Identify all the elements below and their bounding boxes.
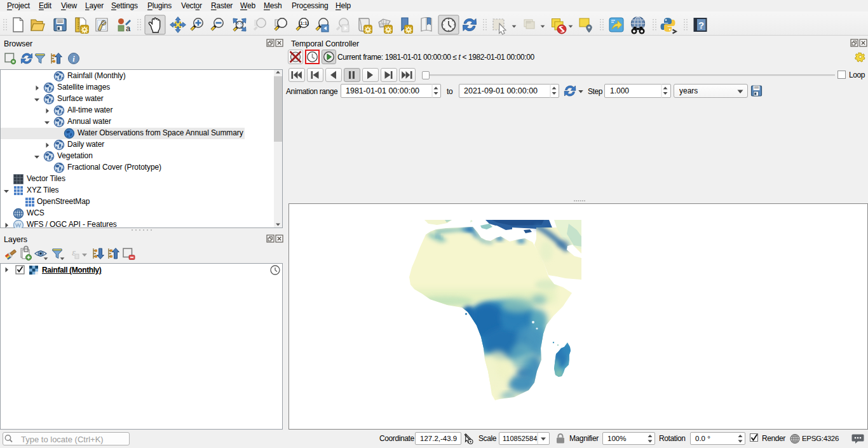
svg-text:?: ? (698, 20, 704, 31)
svg-text:(1:1): (1:1) (299, 20, 309, 26)
svg-text:a: a (126, 24, 131, 33)
